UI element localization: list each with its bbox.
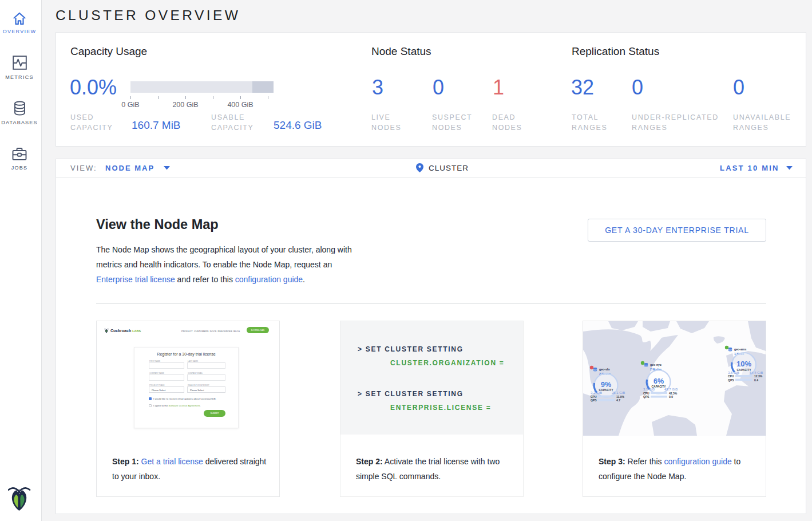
svg-text:CPU: CPU (643, 392, 649, 395)
svg-text:0.4: 0.4 (754, 378, 758, 382)
svg-text:geo-sfo: geo-sfo (599, 368, 610, 371)
svg-text:3.7 GiB: 3.7 GiB (643, 388, 655, 391)
svg-text:43.7 GiB: 43.7 GiB (664, 388, 678, 391)
svg-text:CPU: CPU (728, 374, 734, 378)
svg-text:3.2 GiB: 3.2 GiB (591, 391, 602, 394)
svg-text:geo-ams: geo-ams (734, 348, 746, 351)
svg-text:3.6 GiB: 3.6 GiB (728, 371, 739, 374)
svg-text:0.0: 0.0 (669, 395, 673, 398)
svg-text:9%: 9% (601, 381, 611, 389)
svg-text:QPS: QPS (643, 395, 649, 398)
svg-text:42.5%: 42.5% (669, 392, 678, 395)
svg-text:CPU: CPU (591, 395, 597, 398)
svg-text:6%: 6% (653, 377, 664, 385)
svg-text:QPS: QPS (728, 378, 734, 382)
svg-text:11.0%: 11.0% (616, 395, 624, 398)
svg-text:4.7: 4.7 (616, 398, 620, 402)
svg-text:geo-nyc: geo-nyc (650, 363, 662, 366)
svg-text:12.3%: 12.3% (754, 374, 763, 378)
svg-text:35.1 GiB: 35.1 GiB (612, 391, 625, 394)
svg-text:QPS: QPS (591, 398, 597, 402)
svg-text:54.4 GiB: 54.4 GiB (750, 371, 763, 374)
svg-text:10%: 10% (736, 360, 751, 368)
